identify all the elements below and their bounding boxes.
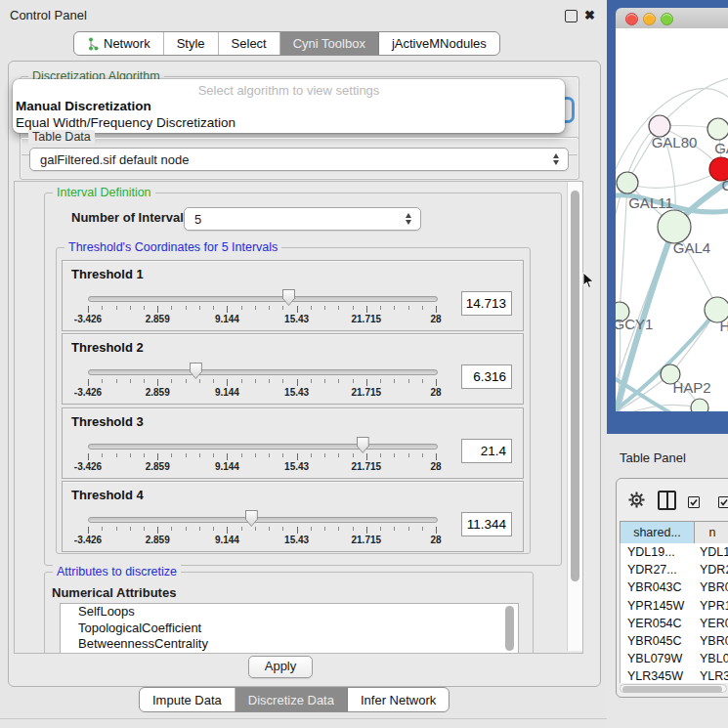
- network-icon: [87, 37, 99, 51]
- algorithm-option-manual-discretization[interactable]: Manual Discretization: [13, 98, 565, 114]
- cell-name[interactable]: YDR2: [694, 561, 728, 578]
- numerical-attributes-list[interactable]: SelfLoopsTopologicalCoefficientBetweenne…: [60, 603, 519, 654]
- slider-track[interactable]: [88, 444, 438, 450]
- network-window-titlebar[interactable]: [616, 8, 728, 29]
- cell-shared-name[interactable]: YER054C: [621, 615, 694, 632]
- network-node-ga[interactable]: [707, 118, 728, 140]
- threshold-3-slider[interactable]: -3.4262.8599.14415.4321.71528: [63, 408, 523, 478]
- tab-label: Style: [177, 36, 205, 51]
- mouse-cursor: [582, 272, 594, 289]
- cell-name[interactable]: YBR0: [694, 632, 728, 650]
- slider-track[interactable]: [88, 369, 438, 375]
- cell-shared-name[interactable]: YLR345W: [621, 667, 694, 683]
- slider-track[interactable]: [88, 517, 438, 523]
- cell-shared-name[interactable]: YBR043C: [621, 578, 694, 596]
- slider-track[interactable]: [88, 296, 438, 302]
- thresholds-group-title: Threshold's Coordinates for 5 Intervals: [64, 240, 281, 254]
- tab-style[interactable]: Style: [164, 32, 219, 55]
- network-node-label: H: [720, 318, 728, 334]
- table-row[interactable]: YBR043CYBR0: [621, 578, 728, 596]
- split-view-icon[interactable]: [658, 491, 676, 510]
- threshold-4-value-field[interactable]: [461, 512, 512, 536]
- table-data-combobox[interactable]: galFiltered.sif default node: [29, 148, 569, 171]
- network-node[interactable]: [691, 399, 708, 411]
- table-hscrollbar-thumb[interactable]: [622, 686, 722, 693]
- tab-impute-data[interactable]: Impute Data: [140, 688, 236, 711]
- network-node-label: GAL80: [652, 134, 698, 150]
- cell-shared-name[interactable]: YDR27...: [621, 561, 694, 578]
- slider-thumb[interactable]: [357, 437, 369, 453]
- attribute-item-selfloops[interactable]: SelfLoops: [61, 604, 518, 621]
- tab-cyni-toolbox[interactable]: Cyni Toolbox: [280, 32, 379, 55]
- slider-ticks: [88, 379, 436, 386]
- table-rows[interactable]: YDL19...YDL1YDR27...YDR2YBR043CYBR0YPR14…: [620, 543, 728, 683]
- slider-tick-labels: -3.4262.8599.14415.4321.71528: [88, 535, 436, 546]
- network-node-gal4[interactable]: [658, 210, 691, 243]
- cell-shared-name[interactable]: YBR045C: [621, 632, 694, 650]
- table-row[interactable]: YPR145WYPR1: [621, 597, 728, 615]
- table-row[interactable]: YDR27...YDR2: [621, 561, 728, 578]
- tab-discretize-data[interactable]: Discretize Data: [236, 688, 348, 711]
- cell-name[interactable]: YDL1: [694, 543, 728, 561]
- column-checkbox-icon[interactable]: [718, 496, 728, 508]
- numerical-attributes-label: Numerical Attributes: [52, 585, 176, 600]
- attribute-item-betweennesscentrality[interactable]: BetweennessCentrality: [61, 636, 518, 653]
- settings-scroll-pane: Interval Definition Number of Intervals …: [14, 181, 583, 654]
- minimize-traffic-light-icon[interactable]: [643, 13, 656, 25]
- slider-thumb[interactable]: [282, 289, 295, 306]
- threshold-2-value-field[interactable]: [461, 364, 512, 389]
- network-nodes: GAL80GACGAL11GAL4GCY1HHAP2: [616, 115, 728, 411]
- threshold-1-slider[interactable]: -3.4262.8599.14415.4321.71528: [63, 261, 523, 330]
- attributes-list-scrollbar[interactable]: [505, 606, 514, 651]
- slider-thumb[interactable]: [190, 363, 202, 379]
- column-checkbox-icon[interactable]: [688, 496, 700, 508]
- tab-network[interactable]: Network: [74, 32, 164, 55]
- settings-scrollbar-thumb[interactable]: [571, 191, 579, 581]
- cell-shared-name[interactable]: YBL079W: [621, 650, 694, 667]
- cell-name[interactable]: YBR0: [694, 578, 728, 596]
- float-window-icon[interactable]: [565, 10, 578, 22]
- network-node-gal11[interactable]: [617, 172, 638, 193]
- table-row[interactable]: YLR345WYLR3: [621, 667, 728, 683]
- cell-name[interactable]: YLR3: [694, 667, 728, 683]
- slider-ticks: [88, 306, 436, 313]
- combo-stepper-icon: [406, 213, 411, 225]
- table-row[interactable]: YBR045CYBR0: [621, 632, 728, 650]
- cell-name[interactable]: YBL0: [694, 650, 728, 667]
- tab-infer-network[interactable]: Infer Network: [348, 688, 449, 711]
- column-header-shared-name[interactable]: shared...: [621, 522, 695, 543]
- network-window: GAL80GACGAL11GAL4GCY1HHAP2: [616, 8, 728, 411]
- table-row[interactable]: YBL079WYBL0: [621, 650, 728, 667]
- column-header-name[interactable]: n: [695, 522, 728, 543]
- network-node-label: C: [722, 177, 728, 193]
- control-panel-tabs: NetworkStyleSelectCyni ToolboxjActiveMNo…: [73, 31, 500, 56]
- cell-name[interactable]: YPR1: [694, 597, 728, 615]
- cell-name[interactable]: YER0: [694, 615, 728, 632]
- number-of-intervals-combobox[interactable]: 5: [184, 207, 421, 231]
- threshold-1-value-field[interactable]: [461, 291, 512, 316]
- attribute-item-topologicalcoefficient[interactable]: TopologicalCoefficient: [61, 621, 518, 637]
- table-data-label: Table Data: [28, 130, 95, 144]
- network-canvas[interactable]: GAL80GACGAL11GAL4GCY1HHAP2: [616, 28, 728, 411]
- network-node-label: HAP2: [672, 379, 710, 396]
- threshold-4-slider[interactable]: -3.4262.8599.14415.4321.71528: [63, 482, 523, 551]
- number-of-intervals-value: 5: [194, 212, 201, 227]
- algorithm-option-equal-width-frequency-discretization[interactable]: Equal Width/Frequency Discretization: [13, 114, 565, 131]
- threshold-3-value-field[interactable]: [461, 439, 512, 463]
- table-row[interactable]: YER054CYER0: [621, 615, 728, 632]
- close-icon[interactable]: ✖: [584, 9, 595, 21]
- tab-jactivemnodules[interactable]: jActiveMNodules: [379, 32, 499, 55]
- tab-select[interactable]: Select: [219, 32, 280, 55]
- network-node-label: GCY1: [616, 316, 653, 332]
- threshold-2-slider[interactable]: -3.4262.8599.14415.4321.71528: [63, 334, 523, 404]
- zoom-traffic-light-icon[interactable]: [661, 13, 673, 25]
- table-hscrollbar-track[interactable]: [620, 684, 727, 693]
- close-traffic-light-icon[interactable]: [625, 13, 638, 25]
- cell-shared-name[interactable]: YPR145W: [621, 597, 694, 615]
- table-row[interactable]: YDL19...YDL1: [621, 543, 728, 561]
- gear-icon[interactable]: [628, 492, 645, 508]
- slider-thumb[interactable]: [245, 510, 258, 527]
- apply-button[interactable]: Apply: [248, 656, 313, 678]
- settings-scrollbar-track[interactable]: [567, 182, 582, 651]
- cell-shared-name[interactable]: YDL19...: [621, 543, 694, 561]
